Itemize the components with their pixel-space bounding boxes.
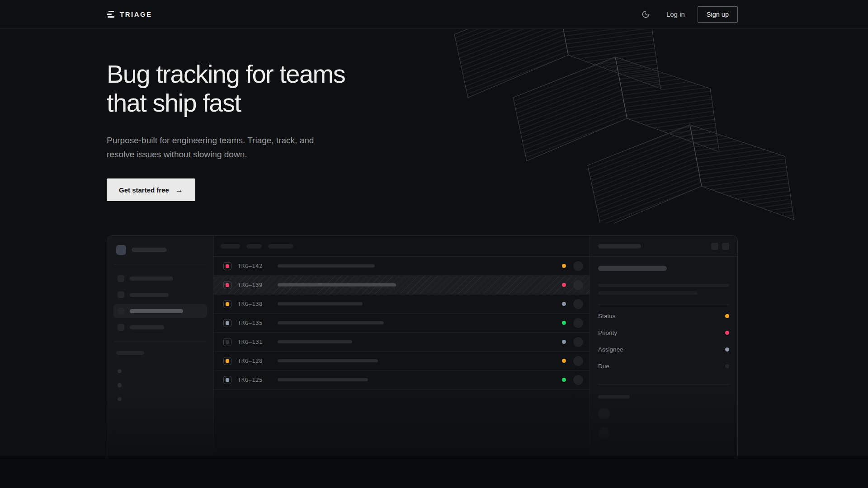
property-row: Status xyxy=(598,308,729,324)
status-dot xyxy=(562,340,566,344)
detail-line-skeleton xyxy=(598,284,729,287)
issue-type-icon-fill xyxy=(226,302,229,306)
assignee-avatar-skeleton xyxy=(573,375,583,385)
issue-title-skeleton xyxy=(278,302,363,305)
issue-id: TRG–142 xyxy=(238,263,272,269)
property-row: Priority xyxy=(598,324,729,341)
app-mockup-section: TRG–142TRG–139TRG–138TRG–135TRG–131TRG–1… xyxy=(107,235,738,456)
issue-type-icon xyxy=(223,319,231,327)
signup-button[interactable]: Sign up xyxy=(698,6,738,23)
issue-type-icon xyxy=(223,281,231,289)
issue-type-icon-fill xyxy=(226,283,229,287)
issue-type-icon-fill xyxy=(226,378,229,382)
sidebar-item-label-skeleton xyxy=(130,325,164,329)
status-dot xyxy=(562,283,566,287)
assignee-avatar-skeleton xyxy=(573,337,583,347)
issue-title-skeleton xyxy=(278,359,378,362)
issue-type-icon xyxy=(223,376,231,384)
nav-actions: Log in Sign up xyxy=(638,6,738,23)
property-value-dot xyxy=(725,314,729,318)
detail-divider xyxy=(598,305,729,305)
issue-type-icon xyxy=(223,262,231,270)
detail-action-skeleton xyxy=(711,243,718,250)
sidebar-dot-skeleton xyxy=(118,369,122,373)
sidebar-section-label-skeleton xyxy=(116,351,144,355)
workspace-name-skeleton xyxy=(132,248,167,252)
status-dot xyxy=(562,264,566,268)
issue-row: TRG–135 xyxy=(214,314,590,333)
sidebar-item-icon-skeleton xyxy=(118,275,124,282)
workspace-switcher xyxy=(113,243,207,257)
issue-type-icon xyxy=(223,300,231,308)
issue-type-icon xyxy=(223,357,231,365)
issue-row: TRG–138 xyxy=(214,295,590,314)
issue-title-skeleton xyxy=(278,283,396,286)
sidebar-dot-list xyxy=(113,369,207,401)
property-label: Assignee xyxy=(598,346,623,353)
login-link[interactable]: Log in xyxy=(666,10,685,18)
issue-row: TRG–131 xyxy=(214,333,590,352)
sidebar-item-icon-skeleton xyxy=(118,308,124,314)
detail-divider xyxy=(598,385,729,385)
sidebar-item-label-skeleton xyxy=(130,309,183,313)
issue-type-icon-fill xyxy=(226,340,229,344)
arrow-right-icon: → xyxy=(175,186,183,195)
issue-title-skeleton xyxy=(278,340,352,343)
issue-id: TRG–139 xyxy=(238,282,272,288)
brand-logo[interactable]: TRIAGE xyxy=(107,10,152,18)
sidebar-item-icon-skeleton xyxy=(118,324,124,331)
sidebar-divider xyxy=(114,264,206,264)
issue-type-icon-fill xyxy=(226,321,229,325)
top-nav: TRIAGE Log in Sign up xyxy=(0,0,868,29)
property-label: Priority xyxy=(598,329,617,336)
issue-id: TRG–135 xyxy=(238,319,272,326)
sidebar-item xyxy=(113,304,207,318)
property-value-dot xyxy=(725,331,729,335)
get-started-button[interactable]: Get started free → xyxy=(107,178,195,201)
sidebar-divider xyxy=(114,342,206,342)
get-started-label: Get started free xyxy=(119,186,169,194)
issue-id: TRG–128 xyxy=(238,357,272,364)
issue-list-panel: TRG–142TRG–139TRG–138TRG–135TRG–131TRG–1… xyxy=(214,236,590,456)
status-dot xyxy=(562,378,566,382)
property-label: Status xyxy=(598,313,615,319)
toolbar-pill-skeleton xyxy=(220,244,240,249)
page-title-line2: that ship fast xyxy=(107,89,738,117)
property-row: Due xyxy=(598,358,729,375)
page-title: Bug tracking for teams that ship fast xyxy=(107,60,738,117)
sidebar-item-label-skeleton xyxy=(130,293,169,297)
hero-section: Bug tracking for teams that ship fast Pu… xyxy=(107,60,738,201)
issue-title-skeleton xyxy=(278,321,384,324)
moon-icon xyxy=(642,10,650,19)
assignee-avatar-skeleton xyxy=(573,261,583,271)
sidebar-item-label-skeleton xyxy=(130,277,173,281)
assignee-avatar-skeleton xyxy=(573,299,583,309)
detail-header xyxy=(590,236,737,257)
list-toolbar xyxy=(214,236,590,257)
workspace-avatar-skeleton xyxy=(116,245,126,255)
sidebar-dot-skeleton xyxy=(118,397,122,401)
sidebar-dot-skeleton xyxy=(118,383,122,387)
issue-row: TRG–139 xyxy=(214,276,590,295)
assignee-avatar-skeleton xyxy=(573,318,583,328)
comment-list xyxy=(598,408,729,439)
assignee-avatar-skeleton xyxy=(573,280,583,290)
triage-logo-icon xyxy=(107,11,115,18)
issue-type-icon xyxy=(223,338,231,346)
status-dot xyxy=(562,302,566,306)
sidebar-item xyxy=(113,320,207,334)
status-dot xyxy=(562,359,566,363)
toolbar-pill-skeleton xyxy=(246,244,262,249)
hero-subtitle: Purpose-built for engineering teams. Tri… xyxy=(107,133,321,161)
detail-body: StatusPriorityAssigneeDue xyxy=(590,257,737,439)
detail-action-skeleton xyxy=(722,243,729,250)
issue-type-icon-fill xyxy=(226,264,229,268)
sidebar-item xyxy=(113,272,207,286)
footer-band xyxy=(0,458,868,488)
detail-header-skeleton xyxy=(598,244,641,249)
issue-id: TRG–138 xyxy=(238,300,272,307)
theme-toggle-button[interactable] xyxy=(638,7,654,22)
issue-row: TRG–128 xyxy=(214,352,590,371)
sidebar-item xyxy=(113,288,207,302)
detail-title-skeleton xyxy=(598,266,667,271)
